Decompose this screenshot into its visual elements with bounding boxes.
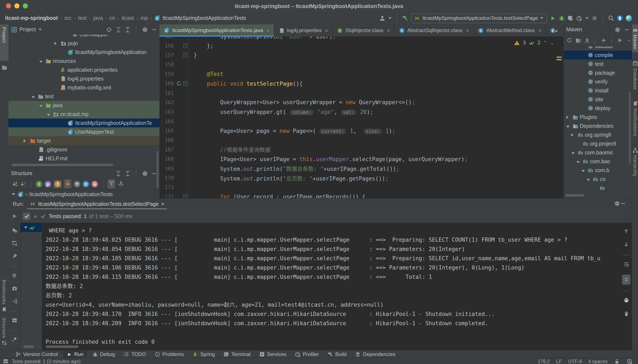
editor-tab[interactable]: IISqlInjector.class× <box>333 24 395 36</box>
project-tree-row[interactable]: resources <box>9 56 160 66</box>
sidebar-item-project-stripe[interactable]: Project <box>0 24 9 61</box>
file-encoding[interactable]: UTF-8 <box>568 359 582 364</box>
maven-tree-row[interactable]: verify <box>564 77 632 86</box>
structure-header-collapse-all-button[interactable] <box>125 170 130 176</box>
profiler-icon[interactable] <box>576 15 582 21</box>
code-with-me-icon[interactable] <box>626 15 632 21</box>
maven-tree-row[interactable]: com.bao <box>564 157 632 166</box>
breadcrumb-item[interactable]: itcast <box>122 15 134 21</box>
console[interactable]: WHERE age > ?2022-10-28 18:39:48.025 DEB… <box>42 223 621 350</box>
code-line[interactable]: 161 <box>160 88 563 98</box>
toolwindow-button-run[interactable]: Run <box>63 350 87 358</box>
test-tree-root[interactable] <box>21 223 42 232</box>
toolwindow-button-problems[interactable]: Problems <box>151 350 187 358</box>
show-passed-toggle[interactable] <box>23 212 30 220</box>
maven-toolbar-folder-refresh-button[interactable] <box>575 37 581 43</box>
sidebar-item-maven[interactable]: mMaven <box>632 24 638 52</box>
chevron-down-icon[interactable] <box>32 94 35 99</box>
maven-tree-row[interactable]: co <box>564 174 632 184</box>
code-line[interactable]: 165 Page<User> page = new Page<>( curren… <box>160 126 563 136</box>
maven-tree-row[interactable]: org.springfr <box>564 130 632 139</box>
code-line[interactable]: 166 <box>160 136 563 145</box>
zoom-window-button[interactable] <box>23 3 28 8</box>
toolwindow-button-dependencies[interactable]: Dependencies <box>352 350 399 358</box>
chevron-down-icon[interactable] <box>12 193 15 195</box>
sort-alpha-icon[interactable]: az <box>20 181 26 187</box>
console-print-button[interactable] <box>623 297 629 304</box>
build-project-icon[interactable] <box>402 15 408 21</box>
chevron-down-icon[interactable] <box>39 58 43 64</box>
close-icon[interactable]: × <box>161 201 164 207</box>
user-icon[interactable] <box>379 15 385 21</box>
chevron-right-icon[interactable] <box>571 132 573 138</box>
code-area[interactable]: 155 System.out.println( "user" + user);1… <box>160 37 563 198</box>
project-tree-row[interactable]: java <box>9 101 160 110</box>
project-tree-row[interactable]: .gitignore <box>9 145 160 154</box>
toolwindow-button-version-control[interactable]: Version Control <box>12 350 61 358</box>
run-configuration-select[interactable]: ItcastMpSpringbootApplicationTests.testS… <box>411 13 547 23</box>
breadcrumb-item[interactable]: src <box>64 15 71 21</box>
code-line[interactable]: 155 System.out.println( "user" + user); <box>160 37 563 41</box>
project-hscrollbar[interactable] <box>12 164 113 166</box>
structure-header-minus-button[interactable] <box>151 170 157 176</box>
maven-tree-row[interactable]: com.baomic <box>564 148 632 157</box>
toolwindow-button-services[interactable]: Services <box>256 350 290 358</box>
structure-filter-I[interactable]: I <box>36 181 42 187</box>
code-line[interactable]: 172− for (User record : userIPage.getRec… <box>160 192 563 198</box>
project-header-locate-button[interactable] <box>106 26 112 32</box>
autoscroll-to-source-button[interactable] <box>118 180 124 188</box>
console-up-button[interactable] <box>623 228 629 235</box>
maven-toolbar-run-button[interactable] <box>617 37 623 43</box>
code-line[interactable]: 158 <box>160 60 563 70</box>
console-soft-wrap-button[interactable] <box>623 261 629 269</box>
runner-auto-test-button[interactable] <box>12 240 17 248</box>
maven-header-minus-button[interactable] <box>624 26 629 32</box>
structure-header-expand-all-button[interactable] <box>115 170 121 176</box>
structure-filter-O[interactable]: O <box>83 181 89 187</box>
code-line[interactable]: 164 <box>160 116 563 126</box>
project-header-minus-button[interactable] <box>151 26 157 32</box>
maven-toolbar-plus-button[interactable] <box>600 37 606 43</box>
editor-tab[interactable]: log4j.properties× <box>274 24 333 36</box>
project-tree-row[interactable]: CItcastMpSpringbootApplicationTe <box>9 118 160 128</box>
close-icon[interactable]: × <box>387 27 390 34</box>
breadcrumb-file[interactable]: ItcastMpSpringbootApplicationTests <box>163 15 246 21</box>
maven-toolbar-refresh-button[interactable] <box>566 37 572 43</box>
toolwindow-button-profiler[interactable]: Profiler <box>291 350 322 358</box>
project-header-gear-button[interactable] <box>142 26 148 32</box>
project-tree-row[interactable]: MDHELP.md <box>9 154 160 163</box>
structure-filter-lock[interactable] <box>64 179 71 188</box>
user-dropdown-icon[interactable] <box>388 17 392 19</box>
fold-marker-icon[interactable]: − <box>183 53 187 58</box>
maven-tree-row[interactable]: test <box>564 60 632 68</box>
toolwindow-button-spring[interactable]: Spring <box>189 350 218 358</box>
code-line[interactable]: 160− public void testSelectPage(){ <box>160 79 563 88</box>
project-header-collapse-all-button[interactable] <box>125 26 130 32</box>
maven-header-gear-button[interactable] <box>614 26 620 32</box>
project-tree-row[interactable]: test <box>9 92 160 101</box>
caret-position[interactable]: 176:2 <box>537 359 550 364</box>
runner-rerun-failed-button[interactable]: 9 <box>12 227 17 234</box>
run-header-gear-button[interactable] <box>614 200 620 206</box>
structure-filter-Y[interactable]: Y <box>74 181 80 187</box>
code-line[interactable]: 156− }; <box>160 41 563 50</box>
project-header-expand-all-button[interactable] <box>115 26 121 32</box>
tab-list-dropdown-icon[interactable] <box>554 26 558 34</box>
toolwindow-button-terminal[interactable]: Terminal <box>220 350 254 358</box>
next-warning-icon[interactable]: ⌄ <box>550 40 554 45</box>
runner-layout-button[interactable] <box>12 317 17 325</box>
run-header-minus-button[interactable] <box>620 200 626 206</box>
console-trash-button[interactable] <box>623 310 629 318</box>
sidebar-item-hierarchy[interactable]: Hierarchy <box>632 145 638 179</box>
project-view-dropdown-icon[interactable] <box>39 29 42 30</box>
chevron-down-icon[interactable] <box>47 111 50 117</box>
structure-header-gear-button[interactable] <box>142 170 148 176</box>
project-tree-row[interactable]: target <box>9 136 160 145</box>
editor-tab[interactable]: C <box>546 24 554 36</box>
debug-icon[interactable] <box>559 15 564 21</box>
update-icon[interactable] <box>617 15 623 21</box>
code-line[interactable]: 163 userQueryWrapper.gt( column: "age", … <box>160 107 563 116</box>
gear-icon[interactable] <box>626 358 632 364</box>
code-line[interactable]: 170 System.out.println("总页数: "+userIPage… <box>160 173 563 183</box>
chevron-down-icon[interactable] <box>576 158 580 164</box>
